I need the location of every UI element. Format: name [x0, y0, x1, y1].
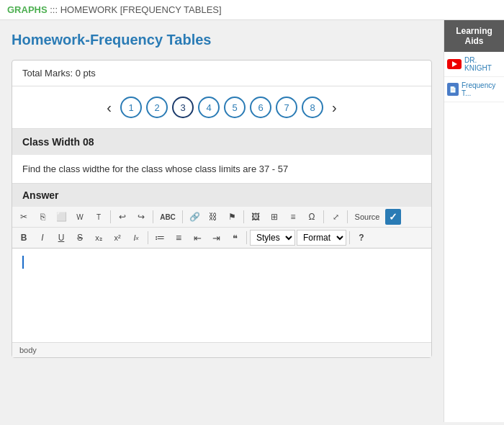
undo-button[interactable]: ↩	[114, 209, 131, 225]
italic-button[interactable]: I	[34, 230, 51, 246]
paste-button[interactable]: ⬜	[53, 209, 70, 225]
bold-button[interactable]: B	[15, 230, 32, 246]
maximize-button[interactable]: ⤢	[327, 209, 344, 225]
question-text: Find the class widthe for the class whos…	[12, 155, 431, 184]
sep-4	[243, 210, 244, 223]
link-button[interactable]: 🔗	[186, 209, 203, 225]
sep-5	[323, 210, 324, 223]
clear-formatting-button[interactable]: Ix	[127, 230, 145, 246]
outdent-button[interactable]: ⇤	[189, 230, 206, 246]
ordered-list-button[interactable]: ≔	[151, 230, 168, 246]
page-5-button[interactable]: 5	[224, 97, 246, 118]
graphs-link[interactable]: GRAPHS	[7, 4, 48, 15]
youtube-icon	[447, 59, 462, 69]
sep-1	[110, 210, 111, 223]
indent-button[interactable]: ⇥	[207, 230, 225, 246]
question-box: Total Marks: 0 pts ‹ 1 2 3 4 5 6 7 8 › C…	[12, 60, 432, 358]
spellcheck-button[interactable]: ABC	[156, 209, 179, 225]
subscript-button[interactable]: x₂	[90, 230, 107, 246]
sep-7	[148, 231, 148, 244]
question-heading: Class Width 08	[12, 129, 431, 155]
sidebar-title: Learning Aids	[444, 20, 504, 52]
page-8-button[interactable]: 8	[302, 97, 323, 118]
unordered-list-button[interactable]: ≡	[170, 230, 187, 246]
source-button[interactable]: Source	[351, 209, 384, 225]
page-title: Homework-Frequency Tables	[12, 32, 432, 48]
page-2-button[interactable]: 2	[146, 97, 168, 118]
copy-button[interactable]: ⎘	[34, 209, 51, 225]
sidebar-item-frequency-label: Frequency T...	[462, 81, 501, 97]
cut-button[interactable]: ✂	[15, 209, 32, 225]
editor-footer: body	[12, 342, 431, 357]
pagination-row: ‹ 1 2 3 4 5 6 7 8 ›	[12, 86, 431, 129]
editor-toolbar: ✂ ⎘ ⬜ W T ↩ ↪ ABC 🔗 ⛓ ⚑ 🖼 ⊞	[12, 207, 431, 249]
list-style-button[interactable]: ≡	[284, 209, 302, 225]
sidebar-item-frequency[interactable]: 📄 Frequency T...	[444, 77, 504, 102]
sep-6	[347, 210, 348, 223]
styles-select[interactable]: Styles	[250, 230, 295, 246]
doc-icon: 📄	[447, 83, 459, 96]
strikethrough-button[interactable]: S	[71, 230, 89, 246]
underline-button[interactable]: U	[53, 230, 70, 246]
format-select[interactable]: Format	[297, 230, 346, 246]
editor-cursor	[22, 256, 24, 269]
body-tag-label: body	[19, 346, 37, 354]
content-area: Homework-Frequency Tables Total Marks: 0…	[0, 20, 444, 422]
special-char-button[interactable]: Ω	[303, 209, 320, 225]
redo-button[interactable]: ↪	[132, 209, 150, 225]
submit-button[interactable]: ✓	[385, 209, 401, 225]
answer-header: Answer	[12, 184, 431, 207]
anchor-button[interactable]: ⚑	[223, 209, 240, 225]
toolbar-row-1: ✂ ⎘ ⬜ W T ↩ ↪ ABC 🔗 ⛓ ⚑ 🖼 ⊞	[12, 207, 431, 228]
paste-word-button[interactable]: W	[71, 209, 89, 225]
sep-9	[349, 231, 350, 244]
table-button[interactable]: ⊞	[266, 209, 283, 225]
sidebar: Learning Aids DR. KNIGHT 📄 Frequency T..…	[444, 20, 504, 422]
sep-3	[182, 210, 183, 223]
image-button[interactable]: 🖼	[247, 209, 264, 225]
page-7-button[interactable]: 7	[276, 97, 297, 118]
next-page-button[interactable]: ›	[328, 98, 341, 117]
total-marks: Total Marks: 0 pts	[12, 61, 431, 86]
help-button[interactable]: ?	[353, 230, 370, 246]
superscript-button[interactable]: x²	[109, 230, 126, 246]
page-3-button[interactable]: 3	[172, 97, 194, 118]
editor-body[interactable]	[12, 249, 431, 342]
toolbar-row-2: B I U S x₂ x² Ix ≔ ≡ ⇤ ⇥ ❝ Styles	[12, 228, 431, 248]
sidebar-item-knight[interactable]: DR. KNIGHT	[444, 52, 504, 77]
page-6-button[interactable]: 6	[250, 97, 271, 118]
unlink-button[interactable]: ⛓	[204, 209, 222, 225]
page-1-button[interactable]: 1	[120, 97, 142, 118]
breadcrumb-bar: GRAPHS ::: HOMEWORK [FREQUENCY TABLES]	[0, 0, 504, 20]
sidebar-item-knight-label: DR. KNIGHT	[464, 56, 501, 72]
paste-plain-button[interactable]: T	[90, 209, 107, 225]
sep-2	[153, 210, 153, 223]
page-4-button[interactable]: 4	[198, 97, 220, 118]
breadcrumb-text: ::: HOMEWORK [FREQUENCY TABLES]	[48, 4, 222, 15]
prev-page-button[interactable]: ‹	[102, 98, 116, 117]
blockquote-button[interactable]: ❝	[226, 230, 243, 246]
sep-8	[246, 231, 247, 244]
